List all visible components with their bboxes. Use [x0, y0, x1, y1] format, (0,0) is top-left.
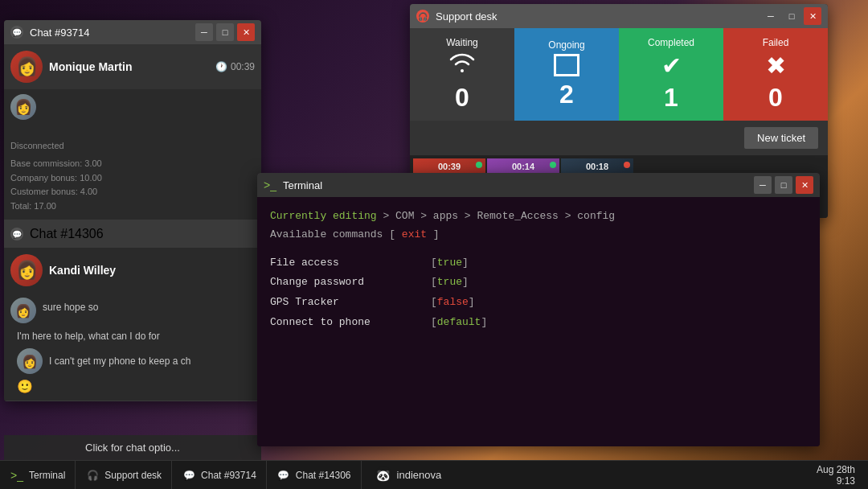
terminal-taskbar-icon: >_	[10, 468, 24, 483]
chat-title-2: Chat #14306	[30, 227, 104, 241]
chat-icon-1: 💬	[10, 26, 23, 39]
stat-waiting-label: Waiting	[446, 37, 478, 48]
wifi-icon	[448, 51, 477, 80]
chat-section-2: 💬 Chat #14306 👩 Kandi Willey 👩 sure hope…	[4, 220, 261, 401]
window-controls-1: ─ □ ✕	[195, 23, 255, 41]
ticket-status-2	[550, 162, 556, 168]
maximize-terminal[interactable]: □	[775, 176, 792, 194]
chat-header-1: 👩 Monique Martin 🕐 00:39	[4, 44, 261, 89]
stat-ongoing: Ongoing 2	[514, 28, 619, 121]
stat-ongoing-count: 2	[559, 80, 574, 109]
minimize-support[interactable]: ─	[762, 7, 780, 25]
stat-completed-label: Completed	[648, 37, 694, 48]
chat-header-2: 💬 Chat #14306	[4, 220, 261, 248]
msg-avatar-2a: 👩	[10, 298, 36, 323]
taskbar-brand: 🐼 indienova	[362, 466, 455, 484]
chat-timer-1: 🕐 00:39	[215, 61, 255, 72]
support-titlebar: 🎧 Support desk ─ □ ✕	[410, 4, 828, 28]
stat-failed-count: 0	[768, 83, 783, 113]
chat-titlebar-1: 💬 Chat #93714 ─ □ ✕	[4, 20, 261, 44]
terminal-icon: >_	[264, 179, 276, 191]
chat-title-1: Chat #93714	[30, 27, 89, 39]
msg-text-2c: I can't get my phone to keep a ch	[49, 351, 190, 372]
chat1-taskbar-icon: 💬	[182, 468, 196, 483]
msg-row-2c: 👩 I can't get my phone to keep a ch	[10, 345, 255, 377]
stat-waiting-count: 0	[455, 83, 469, 113]
minimize-terminal[interactable]: ─	[754, 176, 772, 194]
chat-messages-2: 👩 sure hope so I'm here to help, what ca…	[4, 293, 261, 401]
terminal-row-change-password: Change password [ true ]	[270, 274, 807, 291]
avatar-kandi: 👩	[10, 254, 43, 286]
checkmark-icon: ✔	[661, 51, 682, 80]
support-taskbar-icon: 🎧	[85, 468, 100, 483]
ticket-timer-1: 00:39	[413, 162, 485, 171]
avatar-monique: 👩	[10, 51, 43, 83]
taskbar: >_ Terminal 🎧 Support desk 💬 Chat #93714…	[0, 460, 868, 489]
disconnected-label: Disconnected	[4, 138, 261, 154]
support-stats-row: Waiting 0 Ongoing 2 Completed ✔ 1 Failed…	[410, 28, 828, 121]
chat-username-1: Monique Martin	[49, 60, 132, 73]
close-terminal[interactable]: ✕	[796, 176, 813, 194]
terminal-row-file-access: File access [ true ]	[270, 255, 807, 272]
msg-avatar-1: 👩	[10, 94, 36, 120]
chat-options-bar[interactable]: Click for chat optio...	[4, 435, 261, 460]
terminal-path-line: Currently editing > COM > apps > Remote_…	[270, 208, 807, 225]
terminal-available-commands: Available commands [ exit ]	[270, 227, 807, 244]
chat-window-93714: 💬 Chat #93714 ─ □ ✕ 👩 Monique Martin 🕐 0…	[4, 20, 261, 401]
chat-msg-1: 👩	[10, 94, 255, 120]
minimize-button-1[interactable]: ─	[195, 23, 213, 41]
taskbar-clock: Aug 28th 9:13	[804, 464, 868, 487]
terminal-row-gps: GPS Tracker [ false ]	[270, 294, 807, 311]
taskbar-support[interactable]: 🎧 Support desk	[76, 461, 172, 489]
chat-messages-1: 👩	[4, 89, 261, 138]
msg-emoji: 🙂	[10, 377, 255, 396]
maximize-button-1[interactable]: □	[216, 23, 234, 41]
x-icon: ✖	[766, 51, 786, 80]
stat-completed: Completed ✔ 1	[619, 28, 723, 121]
brand-logo: 🐼	[375, 466, 392, 484]
term-key-1: File access	[270, 255, 431, 272]
terminal-titlebar: >_ Terminal ─ □ ✕	[257, 173, 820, 197]
new-ticket-row: New ticket	[410, 121, 828, 155]
stat-waiting: Waiting 0	[410, 28, 514, 121]
support-title: Support desk	[436, 10, 497, 23]
chat-username-2: Kandi Willey	[49, 264, 116, 277]
term-value-4: default	[437, 314, 481, 331]
stat-ongoing-label: Ongoing	[548, 39, 584, 51]
taskbar-date: Aug 28th	[817, 464, 855, 475]
clock-icon-1: 🕐	[215, 61, 227, 72]
close-button-1[interactable]: ✕	[237, 23, 255, 41]
chat-msg-2a: 👩 sure hope so	[10, 298, 255, 323]
term-value-2: true	[437, 274, 462, 291]
taskbar-terminal-label: Terminal	[29, 470, 65, 481]
close-support[interactable]: ✕	[804, 7, 821, 25]
term-value-1: true	[437, 255, 462, 272]
msg-text-2a: sure hope so	[43, 298, 98, 318]
stat-failed: Failed ✖ 0	[723, 28, 828, 121]
chat-section-1: 👩 Monique Martin 🕐 00:39 👩 Disconnected …	[4, 44, 261, 220]
chat-icon-2: 💬	[10, 228, 23, 240]
taskbar-support-label: Support desk	[104, 470, 162, 481]
ticket-status-1	[476, 162, 482, 168]
maximize-support[interactable]: □	[783, 7, 800, 25]
term-value-3: false	[437, 294, 469, 311]
ticket-timer-2: 00:14	[487, 162, 559, 171]
brand-name: indienova	[397, 469, 442, 481]
terminal-window: >_ Terminal ─ □ ✕ Currently editing > CO…	[257, 173, 820, 446]
terminal-title: Terminal	[283, 179, 322, 191]
commission-info: Base commission: 3.00 Company bonus: 10.…	[4, 154, 261, 220]
taskbar-terminal[interactable]: >_ Terminal	[0, 461, 76, 489]
terminal-row-connect-phone: Connect to phone [ default ]	[270, 314, 807, 331]
taskbar-chat1-label: Chat #93714	[201, 470, 256, 481]
stat-failed-label: Failed	[763, 37, 789, 48]
stat-completed-count: 1	[664, 83, 678, 113]
term-key-3: GPS Tracker	[270, 294, 431, 311]
new-ticket-button[interactable]: New ticket	[744, 127, 818, 149]
taskbar-chat1[interactable]: 💬 Chat #93714	[172, 461, 267, 489]
taskbar-chat2[interactable]: 💬 Chat #14306	[267, 461, 362, 489]
ticket-status-3	[624, 162, 630, 168]
checkbox-icon	[554, 54, 579, 76]
chat2-taskbar-icon: 💬	[276, 468, 291, 483]
support-logo: 🎧	[416, 10, 429, 23]
chat-user-row-2: 👩 Kandi Willey	[4, 248, 261, 293]
